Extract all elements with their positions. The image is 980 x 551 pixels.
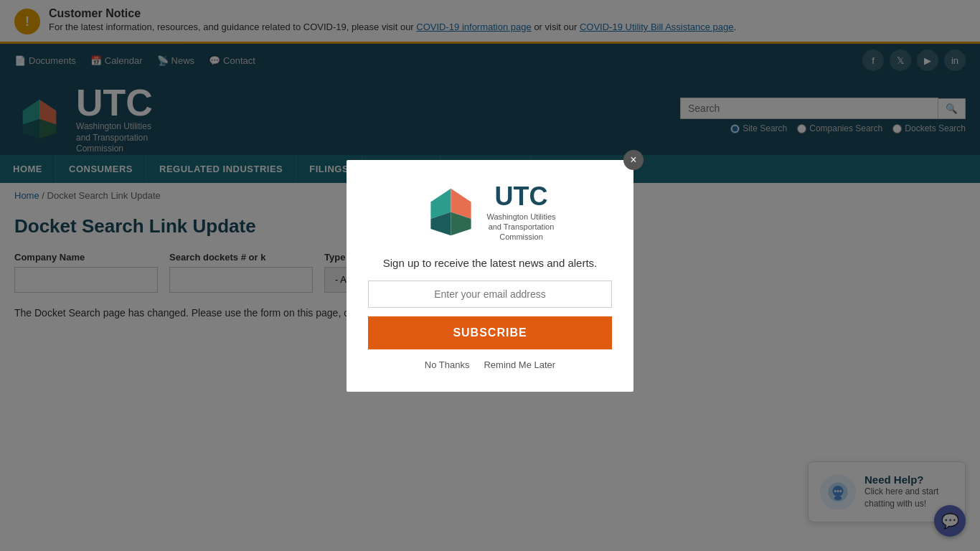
modal-logo: UTC Washington Utilities and Transportat… — [368, 182, 612, 242]
subscribe-button[interactable]: SUBSCRIBE — [368, 316, 612, 340]
modal-close-button[interactable]: × — [623, 150, 644, 170]
modal-overlay[interactable]: × UTC Washington Utilities and Transport… — [0, 0, 980, 340]
modal-logo-text: UTC Washington Utilities and Transportat… — [486, 182, 555, 242]
modal: × UTC Washington Utilities and Transport… — [347, 160, 633, 340]
modal-tagline: Sign up to receive the latest news and a… — [368, 257, 612, 269]
email-input[interactable] — [368, 281, 612, 308]
modal-utc-logo — [424, 182, 478, 242]
